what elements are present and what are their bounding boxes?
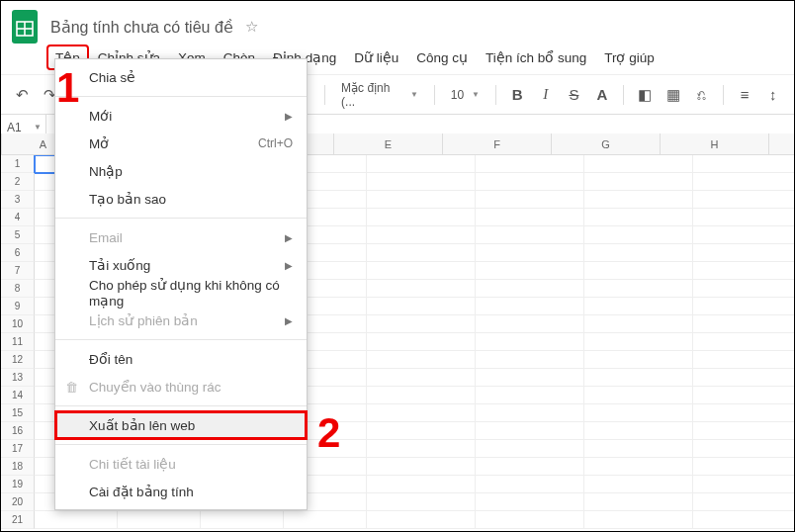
grid-cell[interactable] bbox=[476, 244, 584, 262]
menu-item-rename[interactable]: Đổi tên bbox=[55, 345, 307, 373]
row-header[interactable]: 11 bbox=[1, 333, 35, 351]
grid-cell[interactable] bbox=[367, 440, 476, 458]
fill-color-button[interactable]: ◧ bbox=[634, 83, 657, 107]
grid-cell[interactable] bbox=[584, 458, 693, 476]
grid-cell[interactable] bbox=[476, 387, 584, 404]
grid-cell[interactable] bbox=[367, 280, 476, 298]
row-header[interactable]: 7 bbox=[1, 262, 35, 280]
grid-cell[interactable] bbox=[693, 191, 794, 209]
grid-cell[interactable] bbox=[118, 511, 201, 529]
grid-cell[interactable] bbox=[367, 476, 476, 493]
grid-cell[interactable] bbox=[584, 387, 693, 404]
grid-cell[interactable] bbox=[693, 476, 794, 493]
menu-help[interactable]: Trợ giúp bbox=[597, 46, 662, 68]
menu-item-email[interactable]: Email▶ bbox=[55, 223, 307, 251]
grid-cell[interactable] bbox=[693, 440, 794, 458]
grid-cell[interactable] bbox=[476, 262, 584, 280]
text-color-button[interactable]: A bbox=[591, 83, 614, 107]
menu-item-download[interactable]: Tải xuống▶ bbox=[55, 251, 307, 279]
column-header[interactable]: G bbox=[552, 133, 661, 155]
grid-cell[interactable] bbox=[584, 226, 693, 244]
grid-cell[interactable] bbox=[693, 422, 794, 440]
column-header[interactable]: E bbox=[334, 133, 443, 155]
grid-cell[interactable] bbox=[367, 315, 476, 333]
grid-cell[interactable] bbox=[584, 244, 693, 262]
bold-button[interactable]: B bbox=[506, 83, 529, 107]
grid-cell[interactable] bbox=[693, 244, 794, 262]
undo-button[interactable]: ↶ bbox=[11, 83, 34, 107]
grid-cell[interactable] bbox=[367, 493, 476, 511]
row-header[interactable]: 18 bbox=[1, 458, 35, 476]
row-header[interactable]: 9 bbox=[1, 298, 35, 315]
row-header[interactable]: 17 bbox=[1, 440, 35, 458]
row-header[interactable]: 2 bbox=[1, 173, 35, 191]
grid-cell[interactable] bbox=[693, 369, 794, 387]
grid-cell[interactable] bbox=[476, 155, 584, 173]
grid-cell[interactable] bbox=[367, 333, 476, 351]
row-header[interactable]: 3 bbox=[1, 191, 35, 209]
grid-cell[interactable] bbox=[476, 298, 584, 315]
grid-cell[interactable] bbox=[693, 511, 794, 529]
grid-cell[interactable] bbox=[367, 387, 476, 404]
grid-cell[interactable] bbox=[367, 422, 476, 440]
grid-cell[interactable] bbox=[367, 262, 476, 280]
menu-item-open[interactable]: MởCtrl+O bbox=[55, 130, 307, 157]
menu-item-make-copy[interactable]: Tạo bản sao bbox=[55, 185, 307, 213]
grid-cell[interactable] bbox=[35, 511, 118, 529]
vertical-align-button[interactable]: ↕ bbox=[761, 83, 784, 107]
grid-cell[interactable] bbox=[693, 173, 794, 191]
row-header[interactable]: 5 bbox=[1, 226, 35, 244]
grid-cell[interactable] bbox=[584, 476, 693, 493]
row-header[interactable]: 15 bbox=[1, 404, 35, 422]
grid-cell[interactable] bbox=[584, 511, 693, 529]
row-header[interactable]: 14 bbox=[1, 387, 35, 404]
grid-cell[interactable] bbox=[367, 458, 476, 476]
horizontal-align-button[interactable]: ≡ bbox=[734, 83, 756, 107]
grid-cell[interactable] bbox=[584, 404, 693, 422]
grid-cell[interactable] bbox=[584, 440, 693, 458]
grid-cell[interactable] bbox=[367, 351, 476, 369]
menu-item-spreadsheet-settings[interactable]: Cài đặt bảng tính bbox=[55, 478, 307, 505]
grid-cell[interactable] bbox=[584, 493, 693, 511]
grid-cell[interactable] bbox=[584, 351, 693, 369]
grid-cell[interactable] bbox=[693, 262, 794, 280]
grid-cell[interactable] bbox=[693, 493, 794, 511]
column-header[interactable]: I bbox=[769, 133, 795, 155]
menu-item-share[interactable]: Chia sẻ bbox=[55, 63, 307, 91]
grid-cell[interactable] bbox=[693, 387, 794, 404]
grid-cell[interactable] bbox=[476, 369, 584, 387]
row-header[interactable]: 13 bbox=[1, 369, 35, 387]
grid-cell[interactable] bbox=[584, 280, 693, 298]
grid-cell[interactable] bbox=[476, 173, 584, 191]
grid-cell[interactable] bbox=[693, 351, 794, 369]
grid-cell[interactable] bbox=[584, 369, 693, 387]
grid-cell[interactable] bbox=[584, 155, 693, 173]
grid-cell[interactable] bbox=[367, 173, 476, 191]
menu-addons[interactable]: Tiện ích bổ sung bbox=[479, 46, 593, 68]
grid-cell[interactable] bbox=[284, 511, 367, 529]
grid-cell[interactable] bbox=[367, 155, 476, 173]
row-header[interactable]: 19 bbox=[1, 476, 35, 493]
column-header[interactable]: F bbox=[443, 133, 552, 155]
menu-item-doc-details[interactable]: Chi tiết tài liệu bbox=[55, 450, 307, 478]
grid-cell[interactable] bbox=[367, 209, 476, 226]
grid-cell[interactable] bbox=[584, 262, 693, 280]
row-header[interactable]: 21 bbox=[1, 511, 35, 529]
row-header[interactable]: 6 bbox=[1, 244, 35, 262]
doc-title[interactable]: Bảng tính chưa có tiêu đề bbox=[50, 18, 233, 37]
grid-cell[interactable] bbox=[584, 315, 693, 333]
column-header[interactable]: H bbox=[661, 133, 769, 155]
font-select[interactable]: Mặc định (... ▼ bbox=[335, 79, 424, 111]
grid-cell[interactable] bbox=[476, 440, 584, 458]
grid-cell[interactable] bbox=[584, 422, 693, 440]
star-icon[interactable]: ☆ bbox=[245, 18, 258, 36]
grid-cell[interactable] bbox=[367, 404, 476, 422]
grid-cell[interactable] bbox=[476, 351, 584, 369]
grid-cell[interactable] bbox=[476, 315, 584, 333]
merge-cells-button[interactable]: ⎌ bbox=[690, 83, 713, 107]
menu-item-new[interactable]: Mới▶ bbox=[55, 102, 307, 130]
grid-cell[interactable] bbox=[693, 333, 794, 351]
grid-cell[interactable] bbox=[367, 226, 476, 244]
grid-cell[interactable] bbox=[367, 298, 476, 315]
row-header[interactable]: 1 bbox=[1, 155, 35, 173]
